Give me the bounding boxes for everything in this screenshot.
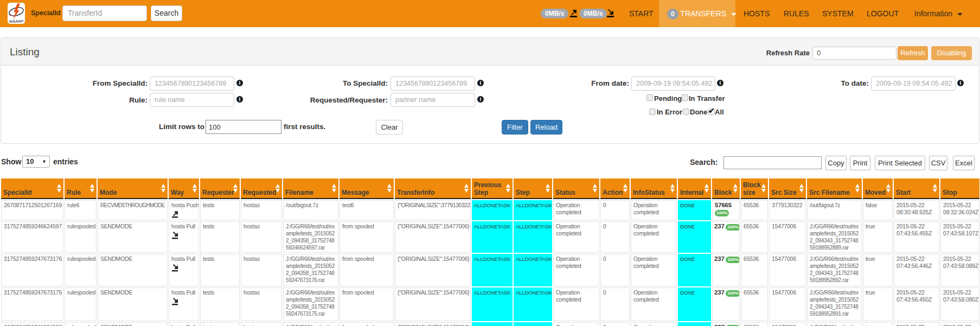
svg-text:WAARP: WAARP [9, 19, 23, 24]
